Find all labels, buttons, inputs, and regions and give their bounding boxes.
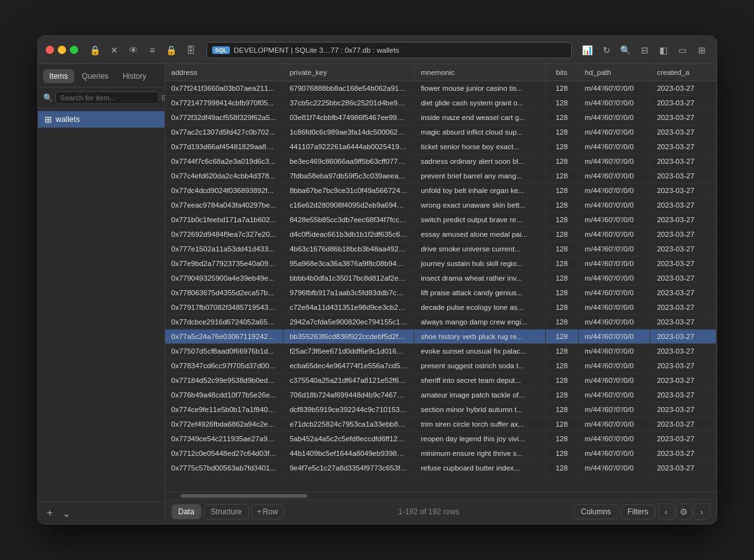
cell-private_key: 7fdba58eba97db59f5c3c039aeea67...	[283, 169, 414, 183]
table-row[interactable]: 0x77dc4dcd9024f036893892f...8bba67be7bc9…	[165, 183, 717, 198]
table-row[interactable]: 0x77c4efd620da2c4cbb4d378...7fdba58eba97…	[165, 169, 717, 183]
sidebar-tab-items[interactable]: Items	[43, 69, 74, 83]
list-icon[interactable]: ≡	[145, 43, 159, 57]
col-header-created-at[interactable]: created_a	[650, 64, 716, 81]
cell-hd_path: m/44'/60'/0'/0/0	[578, 446, 650, 461]
cell-private_key: 37cb5c2225bbc286c25201d4be966...	[283, 96, 414, 110]
col-header-hd-path[interactable]: hd_path	[578, 64, 650, 81]
layout-icon[interactable]: ▭	[676, 43, 690, 57]
cell-address: 0x777e1502a11a53dd41d433...	[165, 242, 283, 257]
search-icon[interactable]: 🔍	[619, 43, 633, 57]
main-layout: Items Queries History 🔍 ⊟ ⊞ wallets + ⌄	[38, 64, 717, 524]
horizontal-scrollbar[interactable]	[165, 491, 717, 499]
chevron-down-button[interactable]: ⌄	[60, 506, 74, 520]
table-row[interactable]: 0x77a5c24a76e030671192425...bb355263f6cd…	[165, 330, 717, 344]
sidebar-icon[interactable]: ◧	[657, 43, 671, 57]
url-bar: SQL DEVELOPMENT | SQLite 3…77 : 0x77.db …	[206, 42, 572, 58]
db-icon[interactable]: 🗄	[184, 43, 198, 57]
table-row[interactable]: 0x77ac2c1307d5fd427c0b702...1c86fd0c6c98…	[165, 125, 717, 140]
cell-bits: 128	[545, 257, 578, 271]
maximize-button[interactable]	[70, 46, 78, 54]
cell-address: 0x77ac2c1307d5fd427c0b702...	[165, 125, 283, 140]
lock-icon[interactable]: 🔒	[88, 43, 102, 57]
cell-mnemonic: wrong exact unaware skin bett...	[414, 198, 546, 213]
cell-bits: 128	[545, 300, 578, 315]
table-row[interactable]: 0x777e1502a11a53dd41d433...4b63c1676d86b…	[165, 242, 717, 257]
refresh-icon[interactable]: ↻	[600, 43, 614, 57]
sidebar-items-list: ⊞ wallets	[38, 109, 165, 502]
cell-created_at: 2023-03-27	[650, 315, 716, 330]
previous-icon[interactable]: ✕	[107, 43, 121, 57]
cell-created_at: 2023-03-27	[650, 227, 716, 242]
table-row[interactable]: 0x7721477998414cbfb970f05...37cb5c2225bb…	[165, 96, 717, 110]
table-row[interactable]: 0x77507d5cf8aad0f66976b1d...f25ac73f6ee6…	[165, 344, 717, 359]
sidebar-bottom: + ⌄	[38, 502, 165, 524]
col-header-private-key[interactable]: private_key	[283, 64, 414, 81]
table-row[interactable]: 0x77184d52c99e9538d9b0ed...c375540a25a21…	[165, 373, 717, 388]
chart-icon[interactable]: 📊	[581, 43, 595, 57]
table-row[interactable]: 0x778347cd6cc97f705d37d00...ecba65dec4e9…	[165, 359, 717, 373]
cell-address: 0x77c4efd620da2c4cbb4d378...	[165, 169, 283, 183]
table-row[interactable]: 0x77e9bd2a77923735e40a099...95a968e3ca36…	[165, 257, 717, 271]
bottom-right-controls: Columns Filters ‹ ⚙ ›	[574, 503, 710, 520]
table-row[interactable]: 0x772ef4926fbda6862a94c2e4...e71dcb22582…	[165, 417, 717, 432]
cell-created_at: 2023-03-27	[650, 96, 716, 110]
cell-created_at: 2023-03-27	[650, 213, 716, 227]
table-row[interactable]: 0x77eeac9784a043fa40297be...c16e62d28090…	[165, 198, 717, 213]
cell-hd_path: m/44'/60'/0'/0/0	[578, 154, 650, 169]
cell-hd_path: m/44'/60'/0'/0/0	[578, 315, 650, 330]
table-row[interactable]: 0x7744f7c6c68a2e3a019d6c3...be3ec469c860…	[165, 154, 717, 169]
sidebar-tab-history[interactable]: History	[116, 69, 152, 83]
add-row-button[interactable]: + Row	[252, 504, 284, 519]
eye-icon[interactable]: 👁	[126, 43, 140, 57]
cell-private_key: 95a968e3ca36a3876a9f8c08b947c...	[283, 257, 414, 271]
table-row[interactable]: 0x7712c0e05448ed27c64d03f...44b1409bc5ef…	[165, 446, 717, 461]
table-row[interactable]: 0x774ce9fe11e5b0b17a1f8407...dcf839b5919…	[165, 403, 717, 417]
cell-hd_path: m/44'/60'/0'/0/0	[578, 183, 650, 198]
cell-hd_path: m/44'/60'/0'/0/0	[578, 242, 650, 257]
traffic-lights	[46, 46, 78, 54]
close-button[interactable]	[46, 46, 54, 54]
cell-bits: 128	[545, 169, 578, 183]
add-item-button[interactable]: +	[43, 506, 57, 520]
table-row[interactable]: 0x772692d9484f9ea7c327e20...d4c0f5deac66…	[165, 227, 717, 242]
minimize-button[interactable]	[58, 46, 66, 54]
cell-private_key: f25ac73f6ee671d0ddf6e9c1d0168f...	[283, 344, 414, 359]
panel-icon[interactable]: ⊞	[695, 43, 709, 57]
table-row[interactable]: 0x778063675d4355d2eca57b...9796fbfb917a1…	[165, 286, 717, 300]
table-row[interactable]: 0x779049325900a4e39eb49e...bbbb4b0dfa1c3…	[165, 271, 717, 286]
tab-structure[interactable]: Structure	[204, 504, 249, 519]
cell-address: 0x772ef4926fbda6862a94c2e4...	[165, 417, 283, 432]
columns-button[interactable]: Columns	[574, 504, 617, 519]
table-row[interactable]: 0x77f241f3660a03b07aea211...679076888bb8…	[165, 81, 717, 96]
cell-address: 0x77507d5cf8aad0f66976b1d...	[165, 344, 283, 359]
next-page-button[interactable]: ›	[694, 503, 710, 520]
table-row[interactable]: 0x776b49a48cdd10f77b5e26e...706d18b724af…	[165, 388, 717, 403]
cell-bits: 128	[545, 198, 578, 213]
table-row[interactable]: 0x77917fb07082f34857195432...c72e84a11d4…	[165, 300, 717, 315]
table-row[interactable]: 0x771b0c1feebd171a7a1b602...8428e55b85cc…	[165, 213, 717, 227]
prev-page-button[interactable]: ‹	[658, 503, 675, 520]
settings-button[interactable]: ⚙	[676, 503, 692, 520]
cell-bits: 128	[545, 432, 578, 446]
col-header-address[interactable]: address	[165, 64, 283, 81]
cell-mnemonic: essay amused alone medal pai...	[414, 227, 546, 242]
search-input[interactable]	[55, 91, 159, 104]
cell-mnemonic: sadness ordinary alert soon bl...	[414, 154, 546, 169]
cell-created_at: 2023-03-27	[650, 271, 716, 286]
shield-icon[interactable]: 🔒	[165, 43, 178, 57]
tab-data[interactable]: Data	[172, 504, 201, 519]
table-row[interactable]: 0x7775c57bd00563ab7fd3401...9e4f7e5c1c27…	[165, 461, 717, 476]
sidebar-tab-queries[interactable]: Queries	[76, 69, 115, 83]
table-row[interactable]: 0x77dcbce2916d6724052a65c...2942a7cfda5e…	[165, 315, 717, 330]
table-row[interactable]: 0x77349ce54c211935ae27a90...5ab452a4a5c2…	[165, 432, 717, 446]
col-header-mnemonic[interactable]: mnemonic	[414, 64, 546, 81]
data-table-container[interactable]: address private_key mnemonic bits hd_pat…	[165, 64, 717, 491]
filters-button[interactable]: Filters	[621, 504, 656, 519]
sidebar-item-wallets[interactable]: ⊞ wallets	[38, 111, 165, 128]
sidebar: Items Queries History 🔍 ⊟ ⊞ wallets + ⌄	[38, 64, 165, 524]
table-row[interactable]: 0x772f32df49acf558f329f62a5...03e81f74cb…	[165, 110, 717, 125]
col-header-bits[interactable]: bits	[545, 64, 578, 81]
columns-icon[interactable]: ⊟	[638, 43, 652, 57]
table-row[interactable]: 0x77d193d66af45481829aa8e...441107a92226…	[165, 140, 717, 154]
